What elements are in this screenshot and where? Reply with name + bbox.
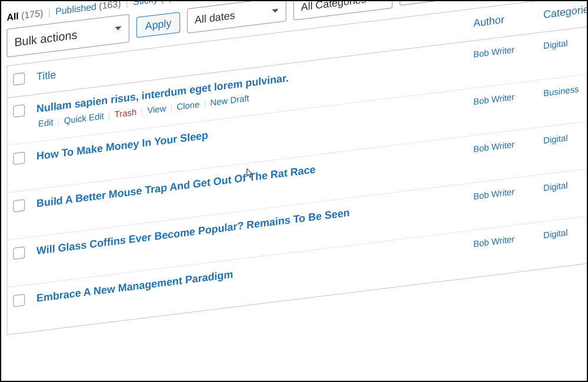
date-filter-select[interactable]: All dates xyxy=(187,0,286,33)
filter-sticky[interactable]: Sticky (1) xyxy=(133,0,172,7)
format-filter-select[interactable]: All formats xyxy=(399,0,481,6)
filter-published[interactable]: Published (163) xyxy=(55,0,121,16)
filter-all-count: (175) xyxy=(21,8,43,21)
select-all-checkbox[interactable] xyxy=(13,72,25,86)
row-checkbox[interactable] xyxy=(13,152,25,165)
row-checkbox[interactable] xyxy=(13,199,25,213)
action-edit[interactable]: Edit xyxy=(36,116,55,129)
apply-button[interactable]: Apply xyxy=(136,12,180,38)
posts-table: Title Author Categories Date Nullam sapi… xyxy=(6,0,588,335)
page-title: Posts xyxy=(6,0,65,5)
author-link[interactable]: Bob Writer xyxy=(473,139,514,154)
author-link[interactable]: Bob Writer xyxy=(473,234,514,249)
category-link[interactable]: Digital xyxy=(543,227,567,240)
category-link[interactable]: Digital xyxy=(543,132,567,145)
row-checkbox[interactable] xyxy=(13,246,25,260)
category-filter-select[interactable]: All Categories xyxy=(293,0,393,21)
category-link[interactable]: Business xyxy=(543,83,579,98)
author-link[interactable]: Bob Writer xyxy=(473,44,514,59)
filter-all[interactable]: All xyxy=(6,11,18,23)
category-link[interactable]: Digital xyxy=(543,180,567,193)
action-quick-edit[interactable]: Quick Edit xyxy=(62,110,106,126)
action-view[interactable]: View xyxy=(145,103,168,116)
action-trash[interactable]: Trash xyxy=(113,106,138,119)
author-link[interactable]: Bob Writer xyxy=(473,186,514,202)
row-checkbox[interactable] xyxy=(13,105,25,118)
filter-drafts[interactable]: Drafts (10) xyxy=(184,0,228,1)
action-clone[interactable]: Clone xyxy=(175,99,202,112)
row-checkbox[interactable] xyxy=(13,294,25,307)
author-link[interactable]: Bob Writer xyxy=(473,92,514,107)
category-link[interactable]: Digital xyxy=(543,38,567,51)
action-new-draft[interactable]: New Draft xyxy=(209,93,251,108)
